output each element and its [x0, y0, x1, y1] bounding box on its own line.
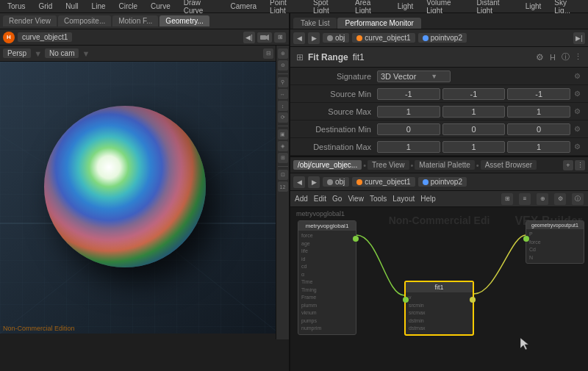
dest-max-gear-btn[interactable]: ⚙: [572, 142, 582, 152]
menu-area-light[interactable]: Area Light: [352, 0, 387, 15]
node-canvas[interactable]: metryvopglobal1 Non-Commercial Edi VEX B…: [290, 207, 588, 371]
fit-range-h-btn[interactable]: H: [550, 53, 556, 62]
menu-torus[interactable]: Torus: [4, 2, 28, 10]
ne-obj-chip[interactable]: obj: [323, 177, 349, 187]
menu-spot-light[interactable]: Spot Light: [310, 0, 345, 15]
side-tool-5[interactable]: ↕: [278, 101, 288, 111]
viewport-3d-scene[interactable]: Non-Commercial Edition: [0, 62, 290, 334]
dest-min-y[interactable]: 0: [442, 123, 506, 135]
curve-object-chip[interactable]: curve_object1: [352, 33, 415, 43]
ne-icon-settings[interactable]: ⚙: [554, 193, 566, 205]
dest-min-z[interactable]: 0: [507, 123, 570, 135]
side-tool-10[interactable]: ⊡: [278, 170, 288, 180]
source-max-x[interactable]: 1: [377, 106, 440, 118]
tab-take-list[interactable]: Take List: [293, 18, 337, 29]
menu-volume-light[interactable]: Volume Light: [423, 0, 466, 15]
source-min-x[interactable]: -1: [377, 88, 440, 100]
side-tool-7[interactable]: ▣: [278, 129, 288, 140]
extra-nav-btn[interactable]: ▶|: [573, 32, 585, 44]
ne-menu-edit[interactable]: Edit: [314, 195, 326, 203]
menu-draw-curve[interactable]: Draw Curve: [181, 0, 220, 15]
viewport-extra-btn[interactable]: ⊞: [274, 32, 286, 43]
source-max-y[interactable]: 1: [442, 106, 506, 118]
menu-camera[interactable]: Camera: [228, 2, 260, 10]
menu-grid[interactable]: Grid: [35, 2, 55, 10]
ne-pointvop-chip[interactable]: pointvop2: [418, 177, 467, 187]
geoout-in-port[interactable]: [523, 236, 529, 242]
dest-min-x[interactable]: 0: [377, 123, 440, 135]
side-tool-3[interactable]: ⚲: [278, 77, 288, 87]
tab-performance-monitor[interactable]: Performance Monitor: [337, 18, 420, 29]
ne-menu-go[interactable]: Go: [332, 195, 342, 203]
fit1-in-port[interactable]: [403, 297, 409, 303]
no-cam-button[interactable]: No cam: [45, 48, 79, 58]
fit-range-dots-icon[interactable]: ⋮: [574, 52, 582, 62]
ne-tab-tree[interactable]: Tree View: [368, 160, 409, 170]
nav-back-btn[interactable]: ◀: [293, 32, 305, 44]
path-label[interactable]: curve_object1: [18, 32, 72, 42]
dest-max-z[interactable]: 1: [507, 141, 570, 153]
source-min-gear-btn[interactable]: ⚙: [572, 89, 582, 99]
side-tool-8[interactable]: ◈: [278, 141, 288, 151]
obj-chip[interactable]: obj: [323, 33, 349, 43]
ne-icon-grid[interactable]: ⊞: [501, 193, 513, 205]
viewport-nav-btn1[interactable]: ◀|: [243, 32, 255, 43]
source-max-gear-btn[interactable]: ⚙: [572, 107, 582, 117]
tab-render-view[interactable]: Render View: [3, 15, 57, 26]
side-tool-1[interactable]: ⊕: [278, 48, 288, 59]
menu-point-light[interactable]: Point Light: [267, 0, 303, 15]
ne-menu-layout[interactable]: Layout: [392, 195, 415, 203]
ne-curve-chip[interactable]: curve_object1: [352, 177, 415, 187]
ne-menu-help[interactable]: Help: [420, 195, 436, 203]
fit1-node[interactable]: fit1 v srcmin srcmax dstmin dstmax: [404, 281, 474, 336]
menu-light[interactable]: Light: [395, 2, 417, 10]
pointvop-chip[interactable]: pointvop2: [418, 33, 467, 43]
viewport-cam-icon[interactable]: [257, 32, 272, 43]
source-max-z[interactable]: 1: [507, 106, 570, 118]
source-min-z[interactable]: -1: [507, 88, 570, 100]
tab-geometry[interactable]: Geometry...: [159, 15, 209, 26]
fit1-out-port[interactable]: [470, 297, 476, 303]
menu-sky[interactable]: Sky Lig...: [551, 0, 584, 15]
metryvopglobal-node[interactable]: metryvopglobal1 force age life id cd α T…: [298, 220, 356, 335]
ne-icon-zoom[interactable]: ⊕: [537, 193, 548, 205]
dest-max-x[interactable]: 1: [377, 141, 440, 153]
tab-motion-fx[interactable]: Motion F...: [112, 15, 158, 26]
menu-line[interactable]: Line: [89, 2, 109, 10]
signature-gear-btn[interactable]: ⚙: [572, 71, 582, 82]
persp-button[interactable]: Persp: [3, 48, 31, 58]
menu-null[interactable]: Null: [62, 2, 81, 10]
signature-select[interactable]: 3D Vector ▼: [377, 71, 451, 82]
dest-min-gear-btn[interactable]: ⚙: [572, 124, 582, 134]
ne-add-tab-btn[interactable]: +: [563, 160, 573, 170]
ne-options-btn[interactable]: ⋮: [575, 160, 585, 170]
fit-range-info-icon[interactable]: ⓘ: [562, 51, 570, 62]
source-min-y[interactable]: -1: [442, 88, 506, 100]
ne-tab-path[interactable]: /obj/curve_objec...: [293, 160, 362, 170]
side-tool-6[interactable]: ⟳: [278, 112, 288, 123]
side-tool-4[interactable]: ↔: [278, 89, 288, 99]
ne-menu-view[interactable]: View: [348, 195, 364, 203]
geoout-node[interactable]: geometryvopoutput1 P force Cd N: [526, 220, 584, 264]
ne-fwd-btn[interactable]: ▶: [308, 176, 320, 188]
vp-icon-btn1[interactable]: ⊟: [263, 48, 273, 59]
tab-composite[interactable]: Composite...: [58, 15, 111, 26]
nav-fwd-btn[interactable]: ▶: [308, 32, 320, 44]
ne-icon-list[interactable]: ≡: [519, 193, 531, 205]
side-tool-9[interactable]: ⊞: [278, 153, 288, 163]
side-tool-2[interactable]: ⊖: [278, 60, 288, 71]
ne-tab-material[interactable]: Material Palette: [415, 160, 474, 170]
ne-icon-info[interactable]: ⓘ: [572, 193, 584, 205]
ne-menu-add[interactable]: Add: [295, 195, 308, 203]
menu-circle[interactable]: Circle: [116, 2, 141, 10]
side-tool-11[interactable]: 12: [278, 181, 288, 192]
menu-light2[interactable]: Light: [523, 2, 545, 10]
ne-menu-tools[interactable]: Tools: [370, 195, 387, 203]
ne-back-btn[interactable]: ◀: [293, 176, 305, 188]
menu-distant-light[interactable]: Distant Light: [473, 0, 514, 15]
fit-range-gear-icon[interactable]: ⚙: [536, 52, 544, 62]
metryvopglobal-out-port[interactable]: [353, 236, 359, 242]
dest-max-y[interactable]: 1: [442, 141, 506, 153]
ne-tab-asset[interactable]: Asset Browser: [481, 160, 537, 170]
menu-curve[interactable]: Curve: [148, 2, 173, 10]
